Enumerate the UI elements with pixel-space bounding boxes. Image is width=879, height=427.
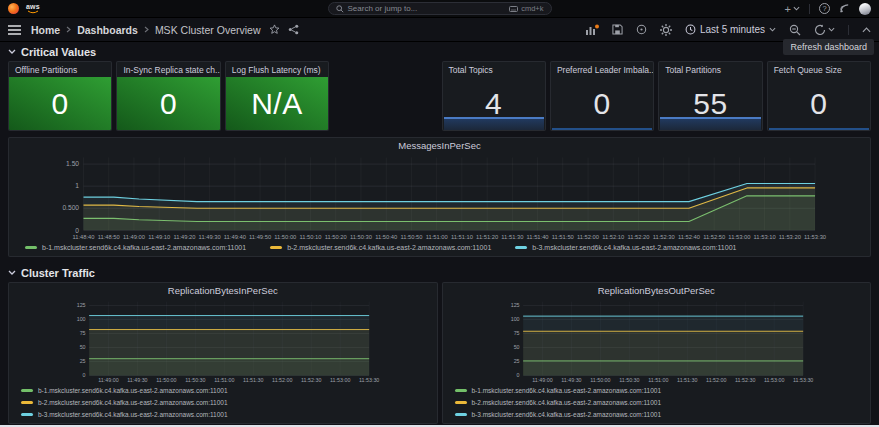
breadcrumb-item[interactable]: Home: [31, 24, 60, 36]
svg-text:0: 0: [83, 372, 86, 378]
svg-text:11:53:10: 11:53:10: [754, 234, 776, 240]
chart-title[interactable]: ReplicationBytesInPerSec: [9, 283, 437, 298]
toolbar-right-group: Last 5 minutes: [585, 24, 871, 36]
legend-series-name: b-3.mskcluster.send6k.c4.kafka.us-east-2…: [38, 409, 228, 420]
clock-icon: [685, 24, 696, 35]
svg-text:0: 0: [516, 372, 519, 378]
chart-title[interactable]: ReplicationBytesOutPerSec: [443, 283, 871, 298]
svg-text:11:49:30: 11:49:30: [561, 377, 581, 383]
series-color-swatch: [21, 401, 33, 404]
time-series-plot[interactable]: 11:49:0011:49:3011:50:0011:50:3011:51:00…: [9, 298, 437, 384]
svg-text:11:49:00: 11:49:00: [98, 377, 118, 383]
legend-item[interactable]: b-2.mskcluster.send6k.c4.kafka.us-east-2…: [21, 397, 228, 408]
plus-icon: +: [785, 4, 791, 14]
insights-icon[interactable]: [636, 24, 647, 35]
svg-text:11:51:40: 11:51:40: [527, 234, 549, 240]
stat-title[interactable]: Offline Partitions: [9, 62, 111, 77]
svg-text:11:52:50: 11:52:50: [703, 234, 725, 240]
chart-legend: b-1.mskcluster.send6k.c4.kafka.us-east-2…: [9, 384, 437, 423]
section-critical-values[interactable]: Critical Values: [0, 42, 879, 59]
svg-text:11:50:30: 11:50:30: [619, 377, 639, 383]
legend-item[interactable]: b-3.mskcluster.send6k.c4.kafka.us-east-2…: [21, 409, 228, 420]
stat-title[interactable]: In-Sync Replica state ch...: [117, 62, 219, 77]
keyboard-icon: [509, 6, 518, 12]
svg-text:25: 25: [513, 358, 519, 364]
svg-text:11:53:30: 11:53:30: [359, 377, 379, 383]
stat-value: 0: [117, 77, 219, 130]
legend-item[interactable]: b-1.mskcluster.send6k.c4.kafka.us-east-2…: [455, 385, 662, 396]
stat-title[interactable]: Fetch Queue Size: [768, 62, 870, 77]
time-series-plot[interactable]: 11:49:0011:49:3011:50:0011:50:3011:51:00…: [443, 298, 871, 384]
series-color-swatch: [455, 401, 467, 404]
refresh-icon: [814, 24, 826, 36]
svg-text:125: 125: [77, 302, 86, 308]
series-color-swatch: [21, 413, 33, 416]
user-avatar[interactable]: [859, 3, 871, 15]
new-menu-button[interactable]: +: [785, 4, 800, 14]
svg-text:11:53:30: 11:53:30: [804, 234, 826, 240]
traffic-row: ReplicationBytesInPerSec 11:49:0011:49:3…: [8, 282, 871, 424]
svg-text:11:52:00: 11:52:00: [272, 377, 292, 383]
series-color-swatch: [25, 246, 37, 249]
star-icon[interactable]: [269, 24, 280, 35]
stat-title[interactable]: Total Topics: [443, 62, 545, 77]
breadcrumb-item[interactable]: MSK Cluster Overview: [155, 24, 261, 36]
svg-text:11:52:30: 11:52:30: [653, 234, 675, 240]
svg-text:11:51:00: 11:51:00: [214, 377, 234, 383]
time-range-picker[interactable]: Last 5 minutes: [685, 24, 776, 35]
svg-text:11:49:10: 11:49:10: [148, 234, 170, 240]
news-icon[interactable]: [839, 3, 850, 14]
search-icon: [336, 5, 344, 13]
legend-series-name: b-3.mskcluster.send6k.c4.kafka.us-east-2…: [532, 242, 736, 253]
legend-item[interactable]: b-2.mskcluster.send6k.c4.kafka.us-east-2…: [270, 242, 491, 253]
legend-item[interactable]: b-3.mskcluster.send6k.c4.kafka.us-east-2…: [455, 409, 662, 420]
stat-title[interactable]: Preferred Leader Imbala...: [551, 62, 653, 77]
legend-series-name: b-2.mskcluster.send6k.c4.kafka.us-east-2…: [287, 242, 491, 253]
panel-replication-bytes-in: ReplicationBytesInPerSec 11:49:0011:49:3…: [8, 282, 438, 424]
stat-title[interactable]: Total Partitions: [659, 62, 761, 77]
panel-analytics-icon[interactable]: [585, 24, 599, 36]
svg-text:11:51:30: 11:51:30: [243, 377, 263, 383]
legend-item[interactable]: b-1.mskcluster.send6k.c4.kafka.us-east-2…: [25, 242, 246, 253]
chart-title[interactable]: MessagesInPerSec: [9, 138, 870, 153]
section-cluster-traffic[interactable]: Cluster Traffic: [0, 263, 879, 280]
svg-text:25: 25: [80, 358, 86, 364]
svg-text:11:49:30: 11:49:30: [199, 234, 221, 240]
chevron-down-icon: [8, 270, 16, 275]
gear-icon[interactable]: [660, 24, 672, 36]
breadcrumb-item[interactable]: Dashboards: [77, 24, 138, 36]
save-icon[interactable]: [612, 24, 623, 35]
svg-text:11:52:30: 11:52:30: [301, 377, 321, 383]
chevron-down-icon: [793, 6, 800, 11]
legend-item[interactable]: b-3.mskcluster.send6k.c4.kafka.us-east-2…: [515, 242, 736, 253]
svg-text:100: 100: [510, 316, 519, 322]
refresh-button[interactable]: [814, 24, 835, 36]
panel-replication-bytes-out: ReplicationBytesOutPerSec 11:49:0011:49:…: [442, 282, 872, 424]
svg-text:11:49:20: 11:49:20: [173, 234, 195, 240]
zoom-out-icon[interactable]: [789, 24, 801, 36]
legend-item[interactable]: b-2.mskcluster.send6k.c4.kafka.us-east-2…: [455, 397, 662, 408]
menu-icon[interactable]: [8, 25, 21, 35]
section-title: Cluster Traffic: [21, 267, 95, 279]
series-color-swatch: [515, 246, 527, 249]
svg-text:11:51:10: 11:51:10: [451, 234, 473, 240]
legend-series-name: b-2.mskcluster.send6k.c4.kafka.us-east-2…: [472, 397, 662, 408]
stat-title[interactable]: Log Flush Latency (ms): [226, 62, 328, 77]
share-icon[interactable]: [288, 24, 299, 35]
search-input[interactable]: Search or jump to... cmd+k: [328, 2, 552, 15]
stat-panel-log-flush-latency-ms: Log Flush Latency (ms)N/A: [225, 61, 329, 131]
svg-text:11:49:50: 11:49:50: [249, 234, 271, 240]
legend-series-name: b-1.mskcluster.send6k.c4.kafka.us-east-2…: [42, 242, 246, 253]
svg-text:11:50:40: 11:50:40: [375, 234, 397, 240]
stat-sparkline: [444, 117, 544, 130]
time-series-plot[interactable]: 11:48:4011:48:5011:49:0011:49:1011:49:20…: [9, 153, 870, 241]
legend-item[interactable]: b-1.mskcluster.send6k.c4.kafka.us-east-2…: [21, 385, 228, 396]
svg-text:75: 75: [80, 330, 86, 336]
help-icon[interactable]: ?: [819, 3, 830, 14]
svg-text:50: 50: [80, 344, 86, 350]
svg-text:11:51:20: 11:51:20: [476, 234, 498, 240]
svg-text:11:51:30: 11:51:30: [677, 377, 697, 383]
svg-text:11:53:00: 11:53:00: [330, 377, 350, 383]
grafana-logo-icon[interactable]: [8, 3, 19, 14]
chevron-up-icon[interactable]: [862, 27, 871, 33]
